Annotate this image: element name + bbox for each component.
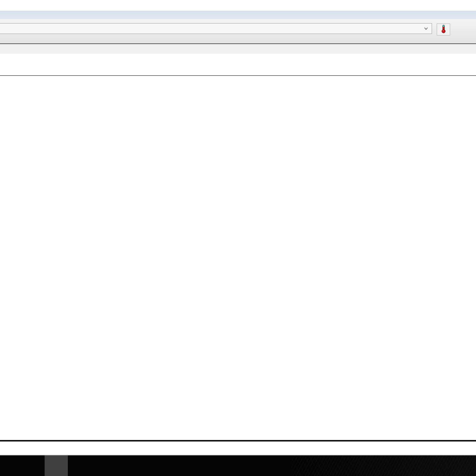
toolbar — [0, 44, 476, 54]
x-axis-labels — [0, 443, 476, 451]
wallpaper-texture — [292, 455, 476, 476]
benchmark-graph — [0, 75, 476, 441]
chevron-down-icon[interactable] — [424, 26, 428, 31]
thermometer-icon — [440, 24, 447, 35]
menu-strip — [0, 11, 476, 19]
content-gap — [0, 54, 476, 75]
cortana-mic-button[interactable] — [45, 455, 68, 476]
screen — [0, 0, 476, 476]
title-bar — [0, 0, 476, 11]
axis-label-band — [0, 451, 476, 455]
temperature-button[interactable] — [437, 24, 450, 35]
drive-select-row — [0, 19, 476, 43]
taskbar — [0, 455, 476, 476]
drive-combobox[interactable] — [0, 23, 432, 34]
